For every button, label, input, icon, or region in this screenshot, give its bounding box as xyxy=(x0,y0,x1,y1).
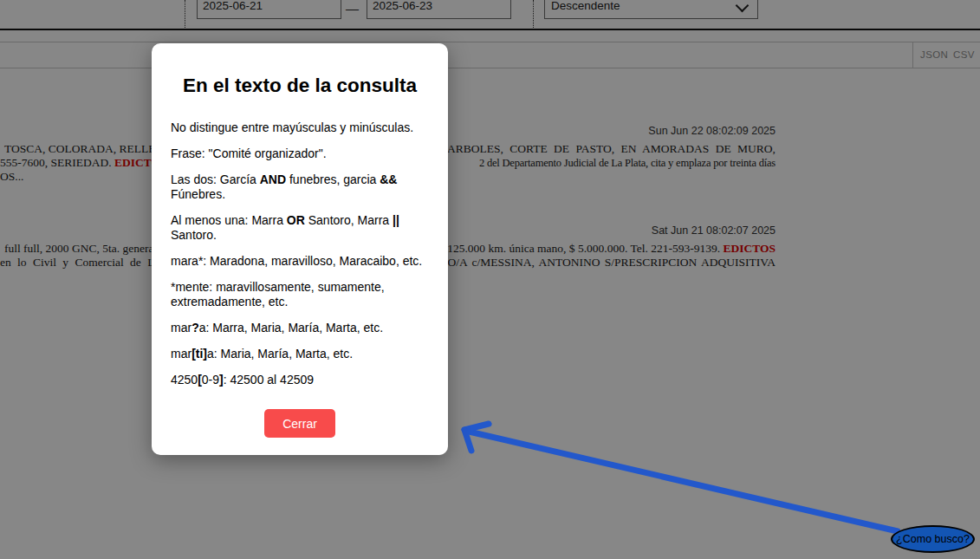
help-button-label: ¿Como busco? xyxy=(896,533,970,545)
modal-paragraph: mar[ti]a: Maria, María, Marta, etc. xyxy=(171,347,429,361)
modal-paragraph: mar?a: Marra, Maria, María, Marta, etc. xyxy=(171,321,429,335)
help-button[interactable]: ¿Como busco? xyxy=(891,525,975,553)
modal-paragraph: Frase: "Comité organizador". xyxy=(171,146,429,161)
modal-title: En el texto de la consulta xyxy=(171,75,429,97)
modal-footer: Cerrar xyxy=(171,409,429,438)
modal-paragraph: Al menos una: Marra OR Santoro, Marra ||… xyxy=(171,213,429,243)
modal-paragraph: Las dos: García AND funebres, garcia && … xyxy=(171,172,429,202)
close-button[interactable]: Cerrar xyxy=(264,409,335,438)
modal-paragraph: *mente: maravillosamente, sumamente, ext… xyxy=(171,280,429,309)
modal-paragraph: mara*: Maradona, maravilloso, Maracaibo,… xyxy=(171,254,429,269)
modal-paragraph: 4250[0-9]: 42500 al 42509 xyxy=(171,373,429,387)
modal-overlay[interactable] xyxy=(0,0,980,559)
search-help-modal: En el texto de la consulta No distingue … xyxy=(152,43,448,455)
modal-body: No distingue entre mayúsculas y minúscul… xyxy=(171,120,429,387)
modal-paragraph: No distingue entre mayúsculas y minúscul… xyxy=(171,120,429,135)
